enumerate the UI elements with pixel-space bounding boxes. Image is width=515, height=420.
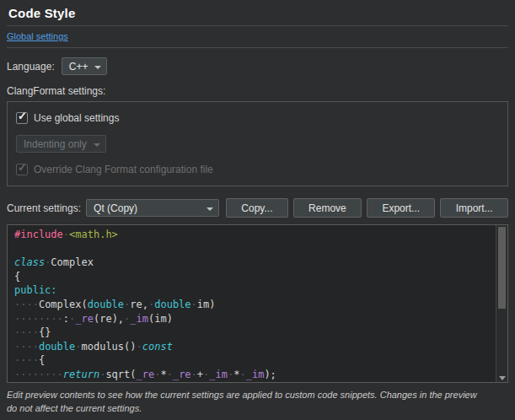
code-line: { bbox=[14, 270, 501, 284]
code-line: ····Complex(double·re,·double·im) bbox=[14, 298, 501, 312]
page-header: Code Style bbox=[7, 0, 508, 26]
code-line: class·Complex bbox=[14, 256, 501, 270]
checkmark-icon: ✓ bbox=[18, 162, 27, 174]
clangformat-groupbox: ✓ Use global settings Indenting only ✓ O… bbox=[7, 101, 508, 186]
code-style-page: Code Style Global settings Language: C++… bbox=[0, 0, 515, 420]
code-line: ········:·_re(re),·_im(im) bbox=[14, 312, 501, 326]
page-title: Code Style bbox=[8, 6, 507, 20]
override-clangformat-checkbox: ✓ Override Clang Format configuration fi… bbox=[16, 164, 499, 175]
clangformat-mode-combobox: Indenting only bbox=[16, 135, 106, 153]
current-settings-combobox[interactable]: Qt (Copy) bbox=[86, 199, 219, 217]
code-line: #include·<math.h> bbox=[14, 228, 501, 242]
code-line bbox=[14, 242, 501, 256]
checkbox-icon: ✓ bbox=[16, 112, 28, 124]
code-line: ····{} bbox=[14, 326, 501, 340]
footer-text-line2: do not affect the current settings. bbox=[7, 402, 508, 416]
import-button[interactable]: Import... bbox=[440, 198, 508, 218]
global-settings-link[interactable]: Global settings bbox=[7, 31, 68, 41]
code-line: ········return·sqrt(_re·*·_re·+·_im·*·_i… bbox=[14, 368, 501, 382]
footer-note: Edit preview contents to see how the cur… bbox=[7, 389, 508, 416]
scrollbar-thumb[interactable] bbox=[498, 227, 506, 309]
current-settings-value: Qt (Copy) bbox=[94, 202, 137, 214]
copy-button[interactable]: Copy... bbox=[226, 198, 288, 218]
chevron-down-icon bbox=[94, 143, 100, 147]
checkmark-icon: ✓ bbox=[18, 110, 27, 122]
code-line: ····{ bbox=[14, 353, 501, 368]
chevron-down-icon bbox=[207, 207, 213, 211]
use-global-settings-label: Use global settings bbox=[34, 112, 119, 124]
code-line: ····double·modulus()·const bbox=[14, 340, 501, 354]
code-line: public: bbox=[14, 283, 501, 298]
code-lines: #include·<math.h>class·Complex{public:··… bbox=[8, 225, 507, 383]
footer-text-line1: Edit preview contents to see how the cur… bbox=[7, 389, 508, 402]
current-settings-label: Current settings: bbox=[7, 202, 81, 214]
language-label: Language: bbox=[7, 61, 55, 73]
use-global-settings-checkbox[interactable]: ✓ Use global settings bbox=[16, 112, 499, 124]
checkbox-icon: ✓ bbox=[16, 164, 28, 175]
language-combobox[interactable]: C++ bbox=[62, 57, 108, 75]
code-preview-editor[interactable]: #include·<math.h>class·Complex{public:··… bbox=[7, 224, 508, 383]
current-settings-row: Current settings: Qt (Copy) Copy... Remo… bbox=[7, 198, 508, 218]
remove-button[interactable]: Remove bbox=[293, 198, 362, 218]
clangformat-mode-value: Indenting only bbox=[24, 138, 87, 150]
chevron-down-icon bbox=[94, 66, 101, 69]
language-row: Language: C++ bbox=[7, 57, 508, 75]
language-value: C++ bbox=[69, 61, 89, 73]
vertical-scrollbar[interactable] bbox=[496, 225, 507, 382]
override-clangformat-label: Override Clang Format configuration file bbox=[34, 164, 213, 175]
clangformat-group-label: ClangFormat settings: bbox=[7, 85, 508, 97]
global-settings-row: Global settings bbox=[7, 26, 508, 48]
export-button[interactable]: Export... bbox=[367, 198, 435, 218]
scroll-down-arrow-icon[interactable] bbox=[499, 376, 506, 380]
